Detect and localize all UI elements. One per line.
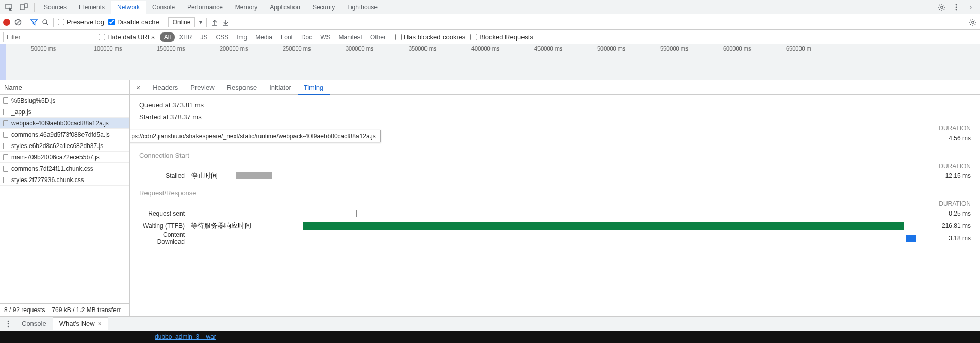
svg-rect-0 [6, 4, 11, 9]
separator [34, 3, 35, 12]
filter-type-media[interactable]: Media [251, 32, 276, 42]
filter-toggle-icon[interactable] [30, 19, 38, 26]
record-button[interactable] [3, 19, 10, 26]
panel-tab-console[interactable]: Console [146, 1, 181, 14]
inspect-element-icon[interactable] [4, 2, 14, 12]
file-icon [3, 132, 8, 138]
request-row[interactable]: styles.e6b2d8c62a1ec682db37.js [0, 140, 129, 152]
panel-tab-security[interactable]: Security [306, 1, 341, 14]
file-icon [3, 154, 8, 160]
search-icon[interactable] [42, 19, 49, 26]
network-toolbar: Preserve log Disable cache Online ▾ [0, 14, 980, 30]
device-toolbar-icon[interactable] [19, 2, 29, 12]
clear-button[interactable] [14, 19, 22, 26]
request-row[interactable]: _app.js [0, 106, 129, 118]
filter-type-ws[interactable]: WS [316, 32, 334, 42]
separator [164, 18, 164, 27]
filter-type-manifest[interactable]: Manifest [335, 32, 366, 42]
detail-tab-preview[interactable]: Preview [184, 80, 220, 94]
svg-point-14 [8, 320, 9, 322]
request-row[interactable]: main-709b2f006ca72ece55b7.js [0, 152, 129, 163]
file-icon [3, 143, 8, 149]
overview-tick: 450000 ms [534, 45, 562, 52]
overview-tick: 600000 ms [723, 45, 751, 52]
request-name: commons.7df24f11.chunk.css [11, 165, 93, 172]
drawer-tab-what-s-new[interactable]: What's New× [53, 317, 108, 330]
section-request-response: Request/Response [139, 189, 971, 197]
filter-input[interactable] [3, 32, 93, 42]
file-icon [3, 109, 8, 115]
request-name: webpack-40f9aebb00cacf88a12a.js [11, 120, 109, 127]
filter-type-js[interactable]: JS [196, 32, 211, 42]
network-settings-icon[interactable] [969, 18, 977, 26]
overview-tick: 550000 ms [660, 45, 688, 52]
svg-point-5 [956, 6, 957, 8]
drawer-tab-console[interactable]: Console [15, 318, 53, 330]
filter-type-all[interactable]: All [160, 32, 175, 42]
timing-row-content-download: Content Download 3.18 ms [139, 232, 971, 244]
overview-tick: 50000 ms [31, 45, 56, 52]
disable-cache-checkbox[interactable]: Disable cache [108, 18, 159, 26]
close-detail-icon[interactable]: × [132, 84, 144, 92]
disable-cache-label: Disable cache [117, 18, 159, 26]
throttling-select[interactable]: Online [168, 17, 195, 27]
blocked-requests-label: Blocked Requests [479, 33, 533, 41]
panel-tab-lighthouse[interactable]: Lighthouse [341, 1, 384, 14]
detail-tab-headers[interactable]: Headers [146, 80, 184, 94]
filter-type-doc[interactable]: Doc [297, 32, 316, 42]
filter-type-font[interactable]: Font [276, 32, 297, 42]
preserve-log-checkbox[interactable]: Preserve log [58, 18, 104, 26]
chevron-right-icon[interactable]: › [966, 2, 976, 12]
blocked-requests-checkbox[interactable]: Blocked Requests [470, 33, 533, 41]
has-blocked-cookies-checkbox[interactable]: Has blocked cookies [395, 33, 465, 41]
status-requests: 8 / 92 requests [4, 306, 45, 314]
filter-type-other[interactable]: Other [366, 32, 390, 42]
overview-selection[interactable] [0, 44, 6, 80]
settings-icon[interactable] [937, 2, 947, 12]
svg-rect-1 [20, 5, 24, 10]
request-row[interactable]: commons.7df24f11.chunk.css [0, 163, 129, 174]
panel-tab-elements[interactable]: Elements [73, 1, 111, 14]
detail-tab-initiator[interactable]: Initiator [263, 80, 298, 94]
ide-tab-label[interactable]: dubbo_admin_3__war [155, 333, 216, 340]
url-tooltip: https://cdn2.jianshu.io/shakespeare/_nex… [130, 130, 381, 142]
svg-point-13 [972, 21, 974, 23]
file-icon [3, 177, 8, 183]
request-row[interactable]: styles.2f727936.chunk.css [0, 174, 129, 186]
export-har-icon[interactable] [222, 19, 230, 26]
request-row[interactable]: webpack-40f9aebb00cacf88a12a.js [0, 118, 129, 129]
request-list-header-name[interactable]: Name [0, 80, 129, 95]
svg-point-16 [8, 325, 9, 327]
filter-bar: Hide data URLs AllXHRJSCSSImgMediaFontDo… [0, 30, 980, 44]
preserve-log-label: Preserve log [67, 18, 104, 26]
svg-point-4 [956, 4, 957, 5]
overview-tick: 400000 ms [471, 45, 499, 52]
filter-type-img[interactable]: Img [233, 32, 251, 42]
request-row[interactable]: commons.46a9d5f73f088e7dfd5a.js [0, 129, 129, 140]
has-blocked-cookies-label: Has blocked cookies [404, 33, 465, 41]
panel-tab-network[interactable]: Network [111, 1, 146, 15]
panel-tab-performance[interactable]: Performance [181, 1, 229, 14]
filter-type-css[interactable]: CSS [211, 32, 233, 42]
close-icon[interactable]: × [98, 320, 102, 328]
filter-type-xhr[interactable]: XHR [175, 32, 196, 42]
status-bar: 8 / 92 requests 769 kB / 1.2 MB transfer… [0, 303, 129, 316]
import-har-icon[interactable] [211, 19, 218, 26]
panel-tab-application[interactable]: Application [264, 1, 306, 14]
detail-tab-response[interactable]: Response [221, 80, 264, 94]
panel-tab-memory[interactable]: Memory [229, 1, 264, 14]
drawer-more-icon[interactable] [3, 320, 13, 328]
svg-point-6 [956, 9, 957, 10]
request-name: _app.js [11, 108, 31, 116]
detail-tab-timing[interactable]: Timing [298, 80, 330, 95]
more-icon[interactable] [951, 2, 961, 12]
throttling-dropdown-icon[interactable]: ▾ [199, 19, 202, 26]
timeline-overview[interactable]: 50000 ms100000 ms150000 ms200000 ms25000… [0, 44, 980, 80]
request-row[interactable]: %5Bslug%5D.js [0, 95, 129, 106]
status-transferred: 769 kB / 1.2 MB transferr [52, 306, 120, 314]
timing-row-request-sent: Request sent 0.25 ms [139, 207, 971, 220]
throttling-value: Online [173, 19, 191, 26]
panel-tab-sources[interactable]: Sources [38, 1, 73, 14]
svg-line-8 [16, 20, 20, 24]
hide-data-urls-checkbox[interactable]: Hide data URLs [99, 33, 155, 41]
